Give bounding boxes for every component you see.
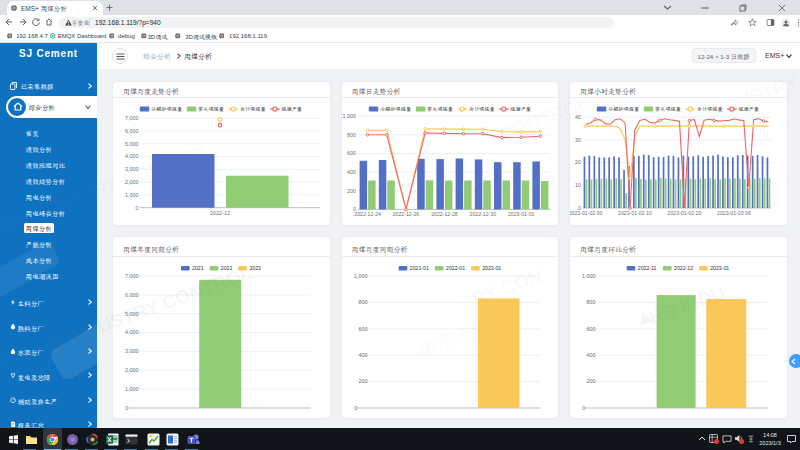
svg-text:0: 0 bbox=[582, 404, 585, 410]
svg-text:2023-01: 2023-01 bbox=[482, 265, 501, 271]
svg-text:600: 600 bbox=[586, 325, 595, 331]
svg-text:600: 600 bbox=[347, 150, 356, 156]
svg-text:7,000: 7,000 bbox=[125, 115, 139, 121]
svg-text:窑头喂煤量: 窑头喂煤量 bbox=[655, 106, 681, 112]
svg-text:1,000: 1,000 bbox=[125, 385, 139, 391]
svg-text:2023-01-02 20: 2023-01-02 20 bbox=[668, 209, 702, 215]
svg-text:4,000: 4,000 bbox=[125, 153, 139, 159]
svg-text:600: 600 bbox=[358, 325, 367, 331]
svg-text:2022-11: 2022-11 bbox=[638, 265, 657, 271]
svg-text:0: 0 bbox=[354, 404, 357, 410]
svg-text:800: 800 bbox=[586, 299, 595, 305]
svg-text:分解炉喂煤量: 分解炉喂煤量 bbox=[608, 106, 639, 112]
svg-text:2022-01: 2022-01 bbox=[446, 265, 465, 271]
svg-text:分解炉喂煤量: 分解炉喂煤量 bbox=[380, 106, 411, 112]
svg-text:0: 0 bbox=[125, 404, 128, 410]
svg-text:2023-01-02 00: 2023-01-02 00 bbox=[570, 209, 602, 215]
svg-text:400: 400 bbox=[358, 352, 367, 358]
svg-text:2021: 2021 bbox=[192, 265, 204, 271]
svg-text:2023: 2023 bbox=[249, 265, 261, 271]
svg-text:2022-12: 2022-12 bbox=[210, 209, 230, 215]
svg-text:2022-12-30: 2022-12-30 bbox=[469, 211, 496, 217]
svg-text:7,000: 7,000 bbox=[125, 272, 139, 278]
svg-text:200: 200 bbox=[586, 378, 595, 384]
svg-text:合计喂煤量: 合计喂煤量 bbox=[468, 106, 494, 112]
svg-text:煤磨产量: 煤磨产量 bbox=[510, 106, 531, 112]
svg-text:2022-12: 2022-12 bbox=[674, 265, 693, 271]
svg-text:6,000: 6,000 bbox=[125, 291, 139, 297]
svg-text:3,000: 3,000 bbox=[125, 348, 139, 354]
svg-text:800: 800 bbox=[358, 299, 367, 305]
svg-text:200: 200 bbox=[347, 187, 356, 193]
svg-text:400: 400 bbox=[347, 168, 356, 174]
svg-text:窑头喂煤量: 窑头喂煤量 bbox=[198, 106, 224, 112]
svg-text:2021-01: 2021-01 bbox=[409, 265, 428, 271]
svg-text:30: 30 bbox=[575, 136, 581, 142]
svg-text:0: 0 bbox=[136, 204, 139, 210]
svg-text:6,000: 6,000 bbox=[125, 127, 139, 133]
svg-text:合计喂煤量: 合计喂煤量 bbox=[240, 106, 266, 112]
svg-text:1,000: 1,000 bbox=[342, 113, 356, 119]
svg-text:窑头喂煤量: 窑头喂煤量 bbox=[427, 106, 453, 112]
svg-text:2023-01-01: 2023-01-01 bbox=[507, 211, 534, 217]
svg-text:2,000: 2,000 bbox=[125, 367, 139, 373]
svg-text:1,000: 1,000 bbox=[582, 272, 596, 278]
svg-text:2022-12-26: 2022-12-26 bbox=[392, 211, 419, 217]
svg-text:1,000: 1,000 bbox=[125, 191, 139, 197]
svg-text:2023-01-03 06: 2023-01-03 06 bbox=[717, 209, 751, 215]
svg-text:5,000: 5,000 bbox=[125, 140, 139, 146]
svg-text:2023-01-02 10: 2023-01-02 10 bbox=[618, 209, 652, 215]
svg-text:20: 20 bbox=[575, 159, 581, 165]
svg-text:10: 10 bbox=[575, 182, 581, 188]
svg-text:煤磨产量: 煤磨产量 bbox=[281, 106, 302, 112]
svg-text:2022-12-24: 2022-12-24 bbox=[354, 211, 381, 217]
svg-text:分解炉喂煤量: 分解炉喂煤量 bbox=[151, 106, 182, 112]
svg-text:200: 200 bbox=[358, 378, 367, 384]
svg-text:400: 400 bbox=[586, 352, 595, 358]
svg-text:800: 800 bbox=[347, 131, 356, 137]
svg-text:2022-12-28: 2022-12-28 bbox=[431, 211, 458, 217]
svg-text:1,000: 1,000 bbox=[353, 272, 367, 278]
svg-text:4,000: 4,000 bbox=[125, 329, 139, 335]
svg-text:2023-01: 2023-01 bbox=[710, 265, 729, 271]
